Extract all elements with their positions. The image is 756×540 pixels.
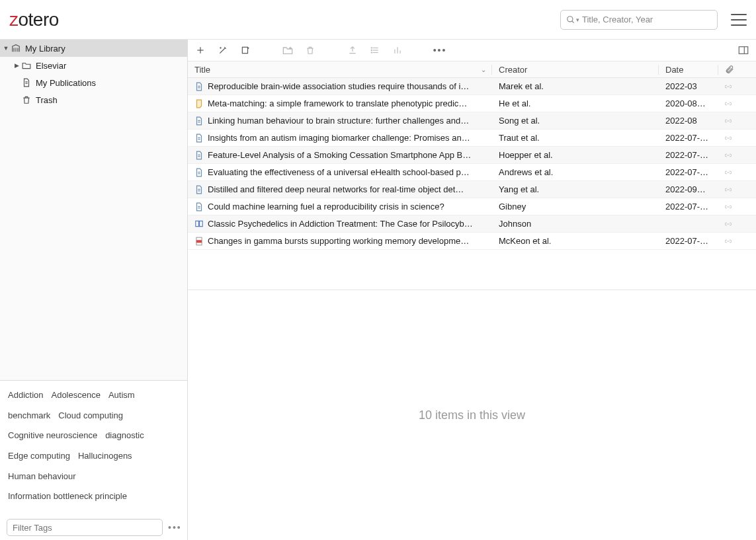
sidebar-item-my-library[interactable]: ▼My Library [0,40,187,57]
logo-z: z [9,9,19,30]
svg-rect-10 [242,47,247,53]
tag-pane: AddictionAdolescenceAutismbenchmarkCloud… [0,380,187,540]
search-icon [566,15,575,24]
svg-rect-39 [196,240,202,243]
tag[interactable]: Hallucinogens [78,448,132,465]
more-button[interactable]: ••• [434,45,446,56]
tag[interactable]: Machine learning [8,509,73,513]
cell-attachment[interactable] [718,186,738,194]
tag[interactable]: benchmark [8,408,50,424]
tag[interactable]: diagnostic [105,428,144,444]
cell-date: 2022-07-… [659,150,718,160]
sidebar-item-elseviar[interactable]: ▶Elseviar [0,57,187,74]
item-type-icon [194,185,204,194]
cell-creator: Song et al. [492,116,659,126]
add-to-collection-button[interactable] [282,46,294,55]
cell-title: Changes in gamma bursts supporting worki… [188,236,492,246]
tag[interactable]: Autism [108,387,135,404]
tag[interactable]: Addiction [8,387,43,404]
svg-point-16 [371,48,372,48]
item-type-icon [194,202,204,212]
collections-tree: ▼My Library▶ElseviarMy PublicationsTrash [0,40,187,108]
table-row[interactable]: Linking human behaviour to brain structu… [188,112,756,130]
cell-date: 2022-09… [659,184,718,194]
column-date[interactable]: Date [659,65,718,75]
item-title: Reproducible brain-wide association stud… [208,81,469,91]
column-attachment[interactable] [718,65,741,74]
cell-title: Feature-Level Analysis of a Smoking Cess… [188,150,492,160]
table-row[interactable]: Feature-Level Analysis of a Smoking Cess… [188,147,756,164]
tag[interactable]: Cloud computing [58,408,123,424]
search-chevron-icon[interactable]: ▾ [576,17,579,23]
list-button[interactable] [369,46,381,55]
table-row[interactable]: Reproducible brain-wide association stud… [188,78,756,95]
table-row[interactable]: Evaluating the effectiveness of a univer… [188,164,756,181]
wand-button[interactable] [217,46,229,55]
tag[interactable]: Cognitive neuroscience [8,428,97,444]
table-row[interactable]: Insights from an autism imaging biomarke… [188,130,756,147]
cell-creator: McKeon et al. [492,236,659,246]
export-button[interactable] [347,46,358,55]
cell-attachment[interactable] [718,83,738,91]
svg-point-18 [371,52,372,53]
tag[interactable]: Human behaviour [8,469,76,485]
svg-line-1 [572,20,574,22]
svg-point-9 [220,48,221,48]
table-row[interactable]: Distilled and filtered deep neural netwo… [188,181,756,198]
cell-attachment[interactable] [718,169,738,176]
sidebar-item-label: My Publications [36,78,96,88]
table-row[interactable]: Changes in gamma bursts supporting worki… [188,233,756,250]
cell-attachment[interactable] [718,134,738,142]
cell-creator: Traut et al. [492,133,659,143]
cell-attachment[interactable] [718,100,738,108]
sidebar-item-my-publications[interactable]: My Publications [0,74,187,91]
table-row[interactable]: Could machine learning fuel a reproducib… [188,198,756,215]
cell-attachment[interactable] [718,237,738,245]
menu-button[interactable] [731,14,747,26]
columns-header: Title ⌄ Creator Date [188,61,756,78]
bars-button[interactable] [392,46,403,55]
twisty-icon[interactable]: ▼ [3,45,9,52]
note-button[interactable] [239,46,251,55]
tag[interactable]: Edge computing [8,448,70,465]
add-item-button[interactable] [194,46,206,55]
cell-attachment[interactable] [718,220,738,228]
item-title: Classic Psychedelics in Addiction Treatm… [208,219,473,229]
tag[interactable]: Adolescence [51,387,100,404]
cell-attachment[interactable] [718,117,738,125]
table-row[interactable]: Meta-matching: a simple framework to tra… [188,95,756,112]
tag-list: AddictionAdolescenceAutismbenchmarkCloud… [8,387,179,513]
folder-icon [21,61,32,69]
item-title: Meta-matching: a simple framework to tra… [208,98,467,108]
sidebar-item-trash[interactable]: Trash [0,91,187,108]
item-title: Linking human behaviour to brain structu… [208,116,469,126]
table-row[interactable]: Classic Psychedelics in Addiction Treatm… [188,215,756,233]
search-input[interactable] [582,15,712,24]
tag[interactable]: Information bottleneck principle [8,488,127,505]
tag-menu-button[interactable]: ••• [168,522,182,533]
item-type-icon [194,168,204,177]
app-logo: zotero [9,9,59,30]
layout-button[interactable] [737,46,749,55]
cell-attachment[interactable] [718,203,738,211]
column-creator[interactable]: Creator [492,65,659,75]
search-box[interactable]: ▾ [560,10,718,30]
svg-point-0 [567,16,573,21]
tag[interactable]: machine learning [81,509,147,513]
cell-title: Could machine learning fuel a reproducib… [188,202,492,212]
twisty-icon[interactable]: ▶ [13,62,20,69]
trash-icon [21,95,32,104]
item-title: Changes in gamma bursts supporting worki… [208,236,469,246]
cell-creator: Gibney [492,202,659,212]
cell-attachment[interactable] [718,151,738,159]
logo-rest: otero [19,9,59,30]
trash-button[interactable] [304,46,316,55]
tag-filter-input[interactable] [7,519,163,536]
column-title[interactable]: Title ⌄ [188,65,492,75]
column-creator-label: Creator [499,65,527,75]
cell-title: Reproducible brain-wide association stud… [188,81,492,91]
cell-creator: Marek et al. [492,81,659,91]
cell-date: 2022-07-… [659,236,718,246]
cell-date: 2022-07-… [659,167,718,177]
svg-rect-22 [739,47,747,54]
